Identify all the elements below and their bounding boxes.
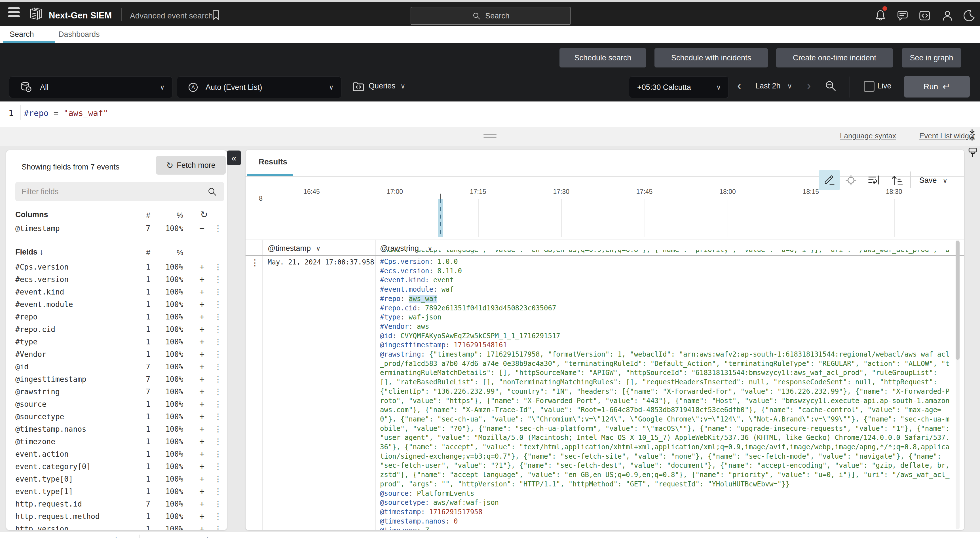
field-row[interactable]: @ingesttimestamp 7 100% + ⋮ — [6, 373, 227, 386]
field-row[interactable]: event.category[0] 1 100% + ⋮ — [6, 460, 227, 473]
event-field-value[interactable]: CVYQMFAKyoSAwEqZ2w5kCSPM_1_1_1716291517 — [400, 332, 560, 340]
event-field-key[interactable]: @timestamp.nanos — [380, 517, 445, 525]
field-menu-icon[interactable]: ⋮ — [214, 460, 222, 473]
field-row[interactable]: #repo 1 100% + ⋮ — [6, 311, 227, 323]
field-name[interactable]: #Cps.version — [15, 261, 68, 273]
global-search-input[interactable]: Search — [410, 7, 571, 25]
event-field-value[interactable]: 1.0.0 — [437, 258, 458, 266]
event-field-key[interactable]: #event.module — [380, 286, 433, 294]
field-toggle-column-button[interactable]: + — [196, 273, 208, 286]
field-name[interactable]: @id — [15, 360, 29, 373]
field-toggle-column-button[interactable]: + — [196, 336, 208, 348]
event-field-key[interactable]: #event.kind — [380, 276, 425, 284]
field-name[interactable]: #repo.cid — [15, 323, 55, 336]
field-menu-icon[interactable]: ⋮ — [214, 448, 222, 460]
field-toggle-column-button[interactable]: + — [196, 485, 208, 498]
field-name[interactable]: @ingesttimestamp — [15, 373, 86, 386]
event-field-value[interactable]: 0 — [454, 517, 458, 525]
live-checkbox[interactable] — [864, 81, 875, 92]
field-row[interactable]: #type 1 100% + ⋮ — [6, 336, 227, 348]
event-field-value[interactable]: aws/waf:waf-json — [433, 498, 499, 506]
time-range-dropdown[interactable]: Last 2h — [756, 82, 781, 90]
panel-resize-grip[interactable] — [484, 136, 496, 138]
field-name[interactable]: event.type[1] — [15, 485, 73, 498]
event-timestamp-cell[interactable]: May. 21, 2024 17:08:37.958 — [268, 258, 374, 266]
event-field-value[interactable]: aws — [417, 322, 429, 330]
field-menu-icon[interactable]: ⋮ — [214, 498, 222, 510]
field-row[interactable]: @id 7 100% + ⋮ — [6, 360, 227, 373]
field-menu-icon[interactable]: ⋮ — [214, 323, 222, 336]
field-row[interactable]: #ecs.version 1 100% + ⋮ — [6, 273, 227, 286]
field-toggle-column-button[interactable]: + — [196, 460, 208, 473]
field-menu-icon[interactable]: ⋮ — [214, 311, 222, 323]
event-field-key[interactable]: @id — [380, 332, 392, 340]
event-field-value[interactable]: PlatformEvents — [417, 490, 474, 497]
field-row[interactable]: @source 1 100% + ⋮ — [6, 398, 227, 411]
wrap-text-icon[interactable] — [867, 174, 880, 187]
messages-icon[interactable] — [896, 9, 909, 22]
schedule-with-incidents-button[interactable]: Schedule with incidents — [654, 48, 768, 67]
chevron-down-icon[interactable]: ∨ — [943, 176, 948, 184]
event-field-value[interactable]: waf-json — [409, 313, 442, 321]
field-name[interactable]: event.action — [15, 448, 68, 460]
field-toggle-column-button[interactable]: + — [196, 498, 208, 510]
field-toggle-column-button[interactable]: + — [196, 510, 208, 523]
field-menu-icon[interactable]: ⋮ — [214, 411, 222, 423]
styling-brush-icon[interactable] — [966, 146, 980, 160]
field-name[interactable]: http.request.id — [15, 498, 82, 510]
query-text[interactable]: #repo = "aws_waf" — [24, 108, 108, 118]
tab-dashboards[interactable]: Dashboards — [59, 30, 100, 39]
save-button[interactable]: Save — [919, 176, 937, 185]
field-menu-icon[interactable]: ⋮ — [214, 261, 222, 273]
field-row[interactable]: @timezone 1 100% + ⋮ — [6, 435, 227, 448]
fields-sort-icon[interactable]: ↓ — [40, 248, 44, 256]
edit-columns-button[interactable] — [819, 170, 840, 190]
event-field-key[interactable]: #repo — [380, 295, 400, 303]
event-field-value[interactable]: 7892e61351f041d193d450823c035067 — [425, 304, 556, 312]
field-menu-icon[interactable]: ⋮ — [214, 523, 222, 530]
field-toggle-column-button[interactable]: + — [196, 448, 208, 460]
field-row[interactable]: #Cps.version 1 100% + ⋮ — [6, 261, 227, 273]
timezone-dropdown[interactable]: +05:30 Calcutta ∨ — [629, 76, 729, 98]
queries-folder-icon[interactable] — [352, 80, 365, 94]
tab-search[interactable]: Search — [10, 30, 34, 39]
event-field-key[interactable]: @timestamp — [380, 508, 421, 516]
event-field-value[interactable]: Z — [425, 526, 429, 530]
event-field-value[interactable]: aws_waf — [409, 295, 437, 303]
field-toggle-column-button[interactable]: − — [196, 222, 208, 235]
field-toggle-column-button[interactable]: + — [196, 298, 208, 311]
field-name[interactable]: event.category[0] — [15, 460, 91, 473]
field-name[interactable]: #type — [15, 336, 37, 348]
see-in-graph-button[interactable]: See in graph — [902, 48, 961, 67]
field-menu-icon[interactable]: ⋮ — [214, 298, 222, 311]
field-row[interactable]: #event.module 1 100% + ⋮ — [6, 298, 227, 311]
user-profile-icon[interactable] — [941, 9, 954, 22]
results-tab[interactable]: Results — [259, 157, 287, 167]
field-menu-icon[interactable]: ⋮ — [214, 473, 222, 485]
queries-menu[interactable]: Queries — [369, 82, 396, 90]
field-menu-icon[interactable]: ⋮ — [214, 510, 222, 523]
language-syntax-link[interactable]: Language syntax — [840, 132, 896, 140]
field-menu-icon[interactable]: ⋮ — [214, 222, 222, 235]
event-field-value[interactable]: 1716291548161 — [454, 341, 507, 349]
event-field-value[interactable]: 1716291517958 — [429, 508, 482, 516]
field-toggle-column-button[interactable]: + — [196, 348, 208, 360]
field-name[interactable]: http.request.method — [15, 510, 100, 523]
results-scrollbar-thumb[interactable] — [956, 241, 959, 360]
field-name[interactable]: @timestamp.nanos — [15, 423, 86, 435]
field-toggle-column-button[interactable]: + — [196, 473, 208, 485]
event-field-value[interactable]: 8.11.0 — [437, 267, 462, 275]
field-toggle-column-button[interactable]: + — [196, 323, 208, 336]
event-field-key[interactable]: #Vendor — [380, 322, 409, 330]
fetch-more-button[interactable]: ↻ Fetch more — [156, 156, 226, 175]
field-name[interactable]: @sourcetype — [15, 411, 64, 423]
field-menu-icon[interactable]: ⋮ — [214, 373, 222, 386]
event-field-key[interactable]: @rawstring — [380, 350, 421, 358]
panel-resize-grip[interactable] — [484, 134, 496, 135]
event-field-key[interactable]: @sourcetype — [380, 498, 425, 506]
field-toggle-column-button[interactable]: + — [196, 373, 208, 386]
column-header-timestamp[interactable]: @timestamp — [268, 244, 311, 253]
event-field-value[interactable]: event — [433, 276, 454, 284]
field-row[interactable]: event.type[1] 1 100% + ⋮ — [6, 485, 227, 498]
field-menu-icon[interactable]: ⋮ — [214, 273, 222, 286]
